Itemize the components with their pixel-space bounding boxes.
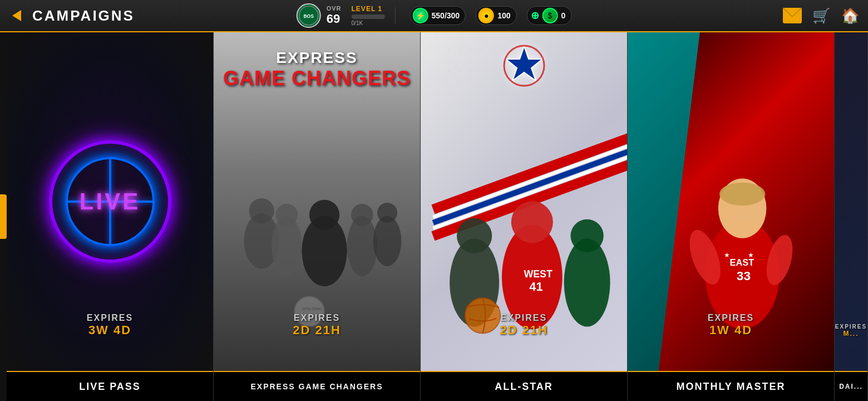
- allstar-image: WEST 41 EXPIRES 2D 21H: [421, 32, 627, 371]
- header: CAMPAIGNS BOS OVR 69 LEVEL 1 0/1K ⚡ 550/: [0, 0, 868, 32]
- level-block: LEVEL 1 0/1K: [352, 5, 385, 26]
- cart-button[interactable]: 🛒: [810, 4, 832, 27]
- campaigns-container: LIVE EXPIRES 3W 4D LIVE PASS: [0, 32, 868, 401]
- monthly-expires-value: 1W 4D: [628, 323, 834, 338]
- allstar-expires-label: EXPIRES: [421, 313, 627, 323]
- daily-expires-label: EXPIRES: [835, 324, 867, 330]
- hud-center: BOS OVR 69 LEVEL 1 0/1K ⚡ 550/300 ● 100: [297, 3, 572, 28]
- express-label: EXPRESS: [276, 49, 357, 66]
- campaigns-cards-row: LIVE EXPIRES 3W 4D LIVE PASS: [7, 32, 868, 401]
- express-name: EXPRESS GAME CHANGERS: [250, 382, 383, 391]
- svg-point-30: [719, 183, 765, 206]
- svg-text:BOS: BOS: [303, 13, 314, 19]
- daily-image: EXPIRES M...: [835, 32, 867, 371]
- back-button[interactable]: [7, 6, 27, 26]
- svg-text:EAST: EAST: [729, 257, 754, 267]
- allstar-expiry: EXPIRES 2D 21H: [421, 313, 627, 338]
- express-title-block: EXPRESS GAME CHANGERS: [214, 49, 420, 90]
- svg-text:41: 41: [529, 280, 542, 294]
- allstar-expires-value: 2D 21H: [421, 323, 627, 338]
- express-expiry: EXPIRES 2D 21H: [214, 313, 420, 338]
- svg-point-4: [249, 198, 274, 223]
- team-logo[interactable]: BOS: [297, 3, 321, 28]
- daily-footer: DAI...: [835, 371, 867, 401]
- svg-text:SPALDING: SPALDING: [302, 306, 322, 311]
- coins-block[interactable]: ● 100: [476, 6, 516, 25]
- cash-icon: $: [542, 8, 558, 23]
- xp-label: 0/1K: [352, 20, 363, 26]
- allstar-name: ALL-STAR: [495, 381, 553, 393]
- express-footer: EXPRESS GAME CHANGERS: [214, 371, 420, 401]
- daily-name: DAI...: [839, 383, 863, 390]
- svg-point-20: [511, 201, 553, 243]
- back-arrow-icon: [12, 10, 21, 21]
- nba-live-logo: LIVE: [49, 140, 171, 263]
- svg-text:★: ★: [724, 251, 730, 259]
- mail-button[interactable]: [781, 4, 803, 27]
- svg-point-18: [457, 218, 492, 253]
- energy-icon: ⚡: [413, 8, 428, 23]
- ovr-value: 69: [327, 12, 340, 26]
- level-label: LEVEL 1: [352, 5, 382, 13]
- live-pass-expiry: EXPIRES 3W 4D: [7, 313, 213, 338]
- monthly-image: EAST 33 ★ ★ EXPIRES 1W 4D: [628, 32, 834, 371]
- coins-amount: 100: [497, 11, 510, 20]
- header-right-icons: 🛒 🏠: [781, 4, 861, 27]
- campaign-card-express[interactable]: EXPRESS GAME CHANGERS: [214, 32, 421, 401]
- ovr-label: OVR: [327, 5, 342, 12]
- cash-block[interactable]: ⊕ $ 0: [527, 6, 572, 25]
- express-image: EXPRESS GAME CHANGERS: [214, 32, 420, 371]
- page-title: CAMPAIGNS: [32, 7, 135, 25]
- neon-ball: LIVE: [66, 157, 155, 246]
- neon-circle: LIVE: [49, 140, 171, 263]
- live-pass-image: LIVE EXPIRES 3W 4D: [7, 32, 213, 371]
- daily-expires-value: M...: [835, 330, 867, 338]
- xp-bar-background: [352, 14, 385, 19]
- mail-icon: [783, 8, 802, 23]
- svg-point-9: [373, 216, 402, 266]
- home-button[interactable]: 🏠: [839, 4, 861, 27]
- energy-block[interactable]: ⚡ 550/300: [410, 6, 466, 25]
- cash-add-icon: ⊕: [531, 9, 539, 22]
- coins-icon: ●: [479, 8, 494, 23]
- svg-text:WEST: WEST: [524, 268, 553, 279]
- monthly-name: MONTHLY MASTER: [676, 381, 785, 393]
- svg-point-6: [275, 203, 298, 226]
- daily-expiry: EXPIRES M...: [835, 324, 867, 338]
- cart-icon: 🛒: [812, 7, 830, 25]
- energy-amount: 550/300: [432, 11, 460, 20]
- express-expires-value: 2D 21H: [214, 323, 420, 338]
- campaign-card-daily[interactable]: EXPIRES M... DAI...: [835, 32, 868, 401]
- live-pass-footer: LIVE PASS: [7, 371, 213, 401]
- live-pass-expires-value: 3W 4D: [7, 323, 213, 338]
- live-pass-expires-label: EXPIRES: [7, 313, 213, 323]
- side-indicator: [0, 194, 7, 239]
- svg-point-10: [377, 203, 397, 223]
- monthly-footer: MONTHLY MASTER: [628, 371, 834, 401]
- allstar-star: [502, 43, 546, 90]
- live-text: LIVE: [80, 188, 140, 215]
- svg-text:33: 33: [737, 268, 751, 283]
- cash-amount: 0: [561, 11, 566, 20]
- ovr-block: OVR 69: [327, 5, 342, 26]
- allstar-footer: ALL-STAR: [421, 371, 627, 401]
- campaign-card-monthly[interactable]: EAST 33 ★ ★ EXPIRES 1W 4D MONTHLY MASTER: [628, 32, 835, 401]
- campaign-card-allstar[interactable]: WEST 41 EXPIRES 2D 21H: [421, 32, 628, 401]
- svg-text:★: ★: [748, 251, 754, 259]
- live-pass-name: LIVE PASS: [79, 381, 141, 393]
- monthly-expiry: EXPIRES 1W 4D: [628, 313, 834, 338]
- monthly-expires-label: EXPIRES: [628, 313, 834, 323]
- express-expires-label: EXPIRES: [214, 313, 420, 323]
- svg-point-24: [570, 219, 603, 252]
- home-icon: 🏠: [841, 7, 859, 25]
- svg-point-8: [351, 203, 373, 226]
- campaign-card-live-pass[interactable]: LIVE EXPIRES 3W 4D LIVE PASS: [7, 32, 214, 401]
- svg-point-12: [309, 199, 339, 229]
- game-changers-label: GAME CHANGERS: [214, 67, 420, 90]
